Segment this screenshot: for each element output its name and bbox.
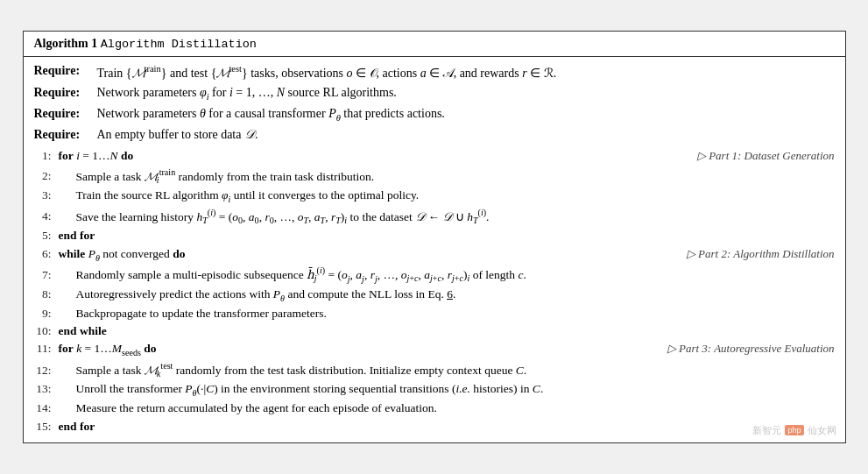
line-num-3: 3: — [34, 187, 59, 204]
line-num-14: 14: — [34, 400, 59, 417]
require-content-1: Train {𝓜train} and test {𝓜test} tasks, o… — [97, 62, 835, 82]
line-num-9: 9: — [34, 305, 59, 322]
require-label-4: Require: — [34, 126, 97, 144]
line-num-1: 1: — [34, 147, 59, 165]
line-num-4: 4: — [34, 208, 59, 225]
line-content-12: Sample a task 𝓜ktest randomly from the t… — [59, 359, 835, 380]
line-content-6: while Pθ not converged do — [59, 245, 669, 265]
line-12: 12: Sample a task 𝓜ktest randomly from t… — [34, 359, 835, 380]
line-content-10: end while — [59, 322, 835, 340]
line-5: 5: end for — [34, 227, 835, 244]
line-content-2: Sample a task 𝓜itrain randomly from the … — [59, 166, 835, 187]
require-content-2: Network parameters φi for i = 1, …, N so… — [97, 84, 835, 103]
line-num-8: 8: — [34, 286, 59, 303]
require-label-3: Require: — [34, 105, 97, 124]
require-1: Require: Train {𝓜train} and test {𝓜test}… — [34, 62, 835, 82]
line-8: 8: Autoregressively predict the actions … — [34, 286, 835, 305]
line-num-13: 13: — [34, 380, 59, 398]
require-3: Require: Network parameters θ for a caus… — [34, 105, 835, 124]
require-label-1: Require: — [34, 62, 97, 82]
line-content-15: end for — [59, 418, 835, 435]
line-4: 4: Save the learning history hT(i) = (o0… — [34, 206, 835, 227]
line-num-5: 5: — [34, 227, 59, 244]
algorithm-body: Require: Train {𝓜train} and test {𝓜test}… — [24, 57, 845, 442]
line-7: 7: Randomly sample a multi-episodic subs… — [34, 264, 835, 285]
line-content-14: Measure the return accumulated by the ag… — [59, 400, 835, 417]
algorithm-header: Algorithm 1 Algorithm Distillation — [24, 32, 845, 57]
line-num-6: 6: — [34, 245, 59, 263]
line-comment-1: ▷ Part 1: Dataset Generation — [680, 147, 835, 165]
line-11: 11: for k = 1…Mseeds do ▷ Part 3: Autore… — [34, 340, 835, 359]
require-2: Require: Network parameters φi for i = 1… — [34, 84, 835, 103]
line-num-10: 10: — [34, 322, 59, 340]
line-content-11: for k = 1…Mseeds do — [59, 340, 650, 359]
line-13: 13: Unroll the transformer Pθ(·|C) in th… — [34, 380, 835, 400]
line-num-2: 2: — [34, 167, 59, 185]
algorithm-label: Algorithm 1 — [34, 37, 98, 50]
line-num-15: 15: — [34, 418, 59, 435]
line-content-3: Train the source RL algorithm φi until i… — [59, 187, 835, 206]
line-content-1: for i = 1…N do — [59, 147, 680, 165]
line-content-8: Autoregressively predict the actions wit… — [59, 286, 835, 305]
line-num-12: 12: — [34, 362, 59, 379]
line-9: 9: Backpropagate to update the transform… — [34, 305, 835, 322]
line-content-5: end for — [59, 227, 835, 244]
line-content-13: Unroll the transformer Pθ(·|C) in the en… — [59, 380, 835, 400]
watermark: 新智元 php 仙女网 — [752, 424, 836, 437]
line-content-7: Randomly sample a multi-episodic subsequ… — [59, 264, 835, 285]
line-10: 10: end while — [34, 322, 835, 340]
require-content-3: Network parameters θ for a causal transf… — [97, 105, 835, 124]
line-1: 1: for i = 1…N do ▷ Part 1: Dataset Gene… — [34, 147, 835, 165]
line-6: 6: while Pθ not converged do ▷ Part 2: A… — [34, 245, 835, 265]
line-comment-11: ▷ Part 3: Autoregressive Evaluation — [650, 340, 835, 357]
watermark-text1: 新智元 — [752, 424, 781, 437]
watermark-logo: php — [785, 425, 803, 435]
line-num-11: 11: — [34, 340, 59, 357]
line-2: 2: Sample a task 𝓜itrain randomly from t… — [34, 166, 835, 187]
require-label-2: Require: — [34, 84, 97, 103]
require-content-4: An empty buffer to store data 𝒟. — [97, 126, 835, 144]
line-15: 15: end for — [34, 418, 835, 435]
algorithm-title: Algorithm Distillation — [101, 38, 257, 51]
line-content-9: Backpropagate to update the transformer … — [59, 305, 835, 322]
algorithm-lines: 1: for i = 1…N do ▷ Part 1: Dataset Gene… — [34, 147, 835, 435]
require-4: Require: An empty buffer to store data 𝒟… — [34, 126, 835, 144]
line-content-4: Save the learning history hT(i) = (o0, a… — [59, 206, 835, 227]
line-14: 14: Measure the return accumulated by th… — [34, 400, 835, 417]
algorithm-box: Algorithm 1 Algorithm Distillation Requi… — [23, 31, 846, 443]
line-num-7: 7: — [34, 266, 59, 284]
line-3: 3: Train the source RL algorithm φi unti… — [34, 187, 835, 206]
watermark-text3: 仙女网 — [808, 424, 836, 437]
line-comment-6: ▷ Part 2: Algorithm Distillation — [669, 245, 835, 263]
